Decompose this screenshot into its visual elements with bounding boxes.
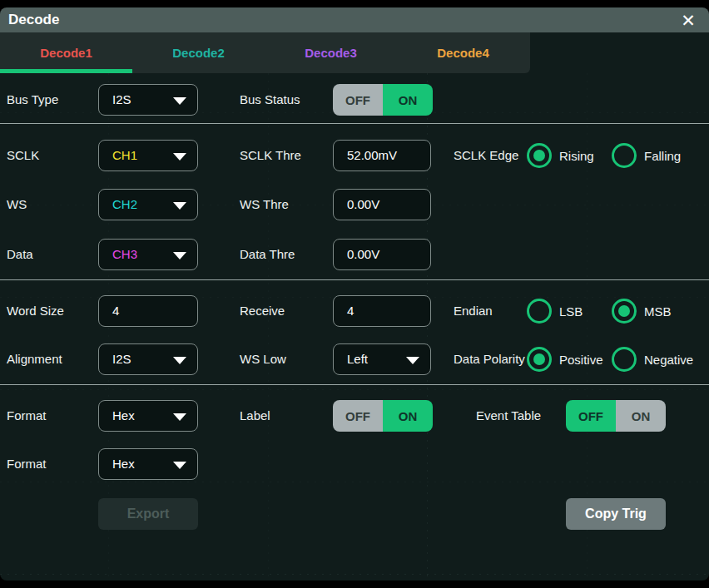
data-label: Data (7, 239, 33, 270)
radio-label: Falling (644, 149, 681, 163)
graticule-line (0, 389, 709, 390)
radio-icon[interactable] (612, 143, 637, 168)
bus-status-label: Bus Status (240, 84, 300, 116)
format-dropdown[interactable]: Hex (98, 400, 198, 432)
section-divider (0, 384, 709, 385)
endian-lsb-option[interactable]: LSB (527, 295, 583, 327)
bus-type-label: Bus Type (7, 84, 58, 116)
chevron-down-icon (173, 462, 186, 469)
radio-label: LSB (559, 304, 583, 319)
radio-icon[interactable] (527, 143, 552, 168)
event-table-label: Event Table (476, 400, 541, 432)
ws-low-label: WS Low (240, 343, 286, 375)
close-icon: ✕ (681, 12, 696, 29)
endian-label: Endian (454, 295, 493, 327)
chevron-down-icon (406, 357, 419, 364)
tab-decode1[interactable]: Decode1 (0, 32, 132, 73)
tab-label: Decode3 (305, 46, 357, 60)
radio-label: Negative (644, 353, 693, 367)
ws-thre-value: 0.00V (347, 197, 379, 211)
graticule-line (0, 574, 709, 575)
radio-label: Rising (559, 149, 594, 163)
dialog-title: Decode (8, 7, 59, 32)
ws-low-dropdown[interactable]: Left (333, 343, 431, 375)
tab-decode4[interactable]: Decode4 (397, 32, 529, 73)
format-label: Format (7, 400, 47, 432)
tab-label: Decode2 (172, 46, 225, 60)
radio-label: MSB (644, 304, 672, 319)
event-table-on-button[interactable]: ON (616, 400, 666, 432)
word-size-label: Word Size (7, 295, 64, 327)
radio-icon[interactable] (612, 299, 637, 324)
word-size-value: 4 (112, 304, 119, 318)
section-divider (0, 123, 709, 124)
bus-status-on-button[interactable]: ON (383, 84, 433, 116)
ws-low-value: Left (347, 352, 368, 366)
chevron-down-icon (173, 97, 186, 105)
label-toggle-label: Label (240, 400, 270, 432)
copy-trig-button[interactable]: Copy Trig (566, 498, 666, 530)
data-polarity-positive-option[interactable]: Positive (527, 343, 603, 375)
event-table-off-button[interactable]: OFF (566, 400, 616, 432)
close-button[interactable]: ✕ (674, 7, 702, 32)
alignment-dropdown[interactable]: I2S (98, 343, 198, 375)
radio-label: Positive (559, 353, 603, 367)
data-polarity-label: Data Polarity (454, 343, 525, 375)
data-channel-dropdown[interactable]: CH3 (98, 239, 198, 270)
sclk-edge-rising-option[interactable]: Rising (527, 140, 594, 171)
radio-icon[interactable] (527, 347, 552, 372)
export-button[interactable]: Export (98, 498, 198, 530)
label-toggle: OFF ON (333, 400, 433, 432)
chevron-down-icon (173, 153, 186, 161)
format2-dropdown[interactable]: Hex (98, 448, 198, 480)
receive-label: Receive (240, 295, 285, 327)
graticule-line (0, 482, 709, 482)
chevron-down-icon (173, 202, 186, 210)
sclk-edge-label: SCLK Edge (454, 140, 518, 171)
tab-decode3[interactable]: Decode3 (265, 32, 397, 73)
bus-status-toggle: OFF ON (333, 84, 433, 116)
alignment-value: I2S (112, 352, 131, 366)
chevron-down-icon (173, 413, 186, 421)
decode-dialog: Decode ✕ Decode1 Decode2 Decode3 Decode4… (0, 0, 709, 588)
sclk-thre-label: SCLK Thre (240, 140, 301, 171)
ws-channel-value: CH2 (112, 197, 137, 211)
data-thre-label: Data Thre (240, 239, 295, 270)
ws-thre-input[interactable]: 0.00V (333, 189, 431, 220)
data-thre-input[interactable]: 0.00V (333, 239, 431, 270)
data-thre-value: 0.00V (347, 247, 379, 261)
tab-bar: Decode1 Decode2 Decode3 Decode4 (0, 32, 530, 73)
bus-type-dropdown[interactable]: I2S (98, 84, 198, 116)
format2-label: Format (7, 448, 47, 480)
radio-icon[interactable] (612, 347, 637, 372)
bus-type-value: I2S (112, 92, 131, 106)
bus-status-off-button[interactable]: OFF (333, 84, 383, 116)
chevron-down-icon (173, 252, 186, 259)
tab-label: Decode1 (40, 46, 92, 60)
alignment-label: Alignment (7, 343, 62, 375)
ws-channel-dropdown[interactable]: CH2 (98, 189, 198, 220)
sclk-edge-falling-option[interactable]: Falling (612, 140, 681, 171)
sclk-channel-dropdown[interactable]: CH1 (98, 140, 198, 171)
data-channel-value: CH3 (112, 247, 137, 261)
sclk-channel-value: CH1 (112, 148, 137, 162)
format2-value: Hex (112, 457, 135, 471)
sclk-thre-value: 52.00mV (347, 148, 397, 162)
label-off-button[interactable]: OFF (333, 400, 383, 432)
tab-decode2[interactable]: Decode2 (132, 32, 265, 73)
chevron-down-icon (173, 357, 186, 364)
sclk-thre-input[interactable]: 52.00mV (333, 140, 431, 171)
radio-icon[interactable] (527, 299, 552, 324)
word-size-input[interactable]: 4 (98, 295, 198, 327)
data-polarity-negative-option[interactable]: Negative (612, 343, 693, 375)
sclk-label: SCLK (7, 140, 39, 171)
endian-msb-option[interactable]: MSB (612, 295, 672, 327)
receive-value: 4 (347, 304, 354, 318)
ws-label: WS (7, 189, 27, 220)
label-on-button[interactable]: ON (383, 400, 433, 432)
event-table-toggle: OFF ON (566, 400, 666, 432)
receive-input[interactable]: 4 (333, 295, 431, 327)
section-divider (0, 279, 709, 280)
tab-label: Decode4 (437, 46, 489, 60)
format-value: Hex (112, 408, 135, 422)
